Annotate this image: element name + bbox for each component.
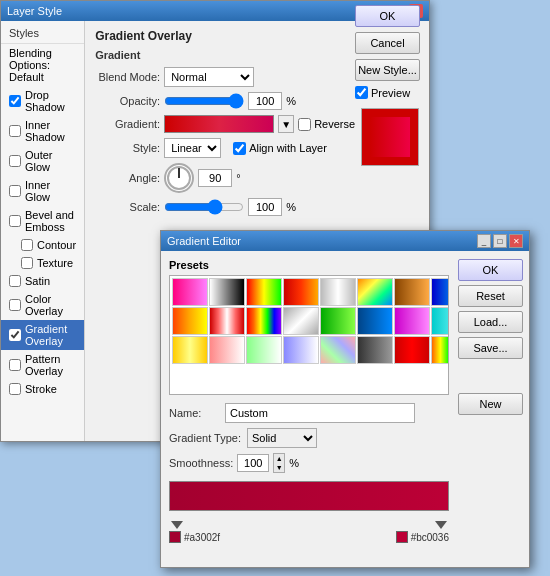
- list-item[interactable]: [283, 278, 319, 306]
- list-item[interactable]: [172, 278, 208, 306]
- list-item[interactable]: [357, 278, 393, 306]
- list-item[interactable]: [172, 307, 208, 335]
- sidebar-item-label: Bevel and Emboss: [25, 209, 76, 233]
- list-item[interactable]: [246, 307, 282, 335]
- list-item[interactable]: [246, 278, 282, 306]
- opacity-input[interactable]: [248, 92, 282, 110]
- sidebar-item-blending[interactable]: Blending Options: Default: [1, 44, 84, 86]
- sidebar-item-satin[interactable]: Satin: [1, 272, 84, 290]
- list-item[interactable]: [431, 278, 449, 306]
- list-item[interactable]: [431, 336, 449, 364]
- presets-label: Presets: [169, 259, 449, 271]
- angle-label: Angle:: [95, 172, 160, 184]
- ge-reset-button[interactable]: Reset: [458, 285, 523, 307]
- smoothness-input[interactable]: [237, 454, 269, 472]
- list-item[interactable]: [283, 336, 319, 364]
- pattern-overlay-checkbox[interactable]: [9, 359, 21, 371]
- scale-row: Scale: %: [95, 198, 355, 216]
- scale-slider[interactable]: [164, 200, 244, 214]
- blend-mode-select[interactable]: Normal: [164, 67, 254, 87]
- opacity-slider[interactable]: [164, 94, 244, 108]
- list-item[interactable]: [394, 307, 430, 335]
- ge-load-button[interactable]: Load...: [458, 311, 523, 333]
- sidebar-item-outer-glow[interactable]: Outer Glow: [1, 146, 84, 176]
- style-select[interactable]: Linear: [164, 138, 221, 158]
- scale-input[interactable]: [248, 198, 282, 216]
- gradient-dropdown-btn[interactable]: ▼: [278, 115, 294, 133]
- list-item[interactable]: [209, 307, 245, 335]
- list-item[interactable]: [209, 336, 245, 364]
- stroke-checkbox[interactable]: [9, 383, 21, 395]
- list-item[interactable]: [283, 307, 319, 335]
- gradient-display[interactable]: [169, 481, 449, 511]
- new-style-button[interactable]: New Style...: [355, 59, 420, 81]
- left-stop-swatch[interactable]: [169, 531, 181, 543]
- list-item[interactable]: [394, 336, 430, 364]
- list-item[interactable]: [320, 336, 356, 364]
- ge-new-button[interactable]: New: [458, 393, 523, 415]
- gradient-preview[interactable]: [164, 115, 274, 133]
- presets-grid-container[interactable]: [169, 275, 449, 395]
- presets-container: [169, 275, 449, 395]
- angle-dial[interactable]: [164, 163, 194, 193]
- color-overlay-checkbox[interactable]: [9, 299, 21, 311]
- contour-checkbox[interactable]: [21, 239, 33, 251]
- outer-glow-checkbox[interactable]: [9, 155, 21, 167]
- drop-shadow-checkbox[interactable]: [9, 95, 21, 107]
- angle-row: Angle: °: [95, 163, 355, 193]
- ge-minimize-button[interactable]: _: [477, 234, 491, 248]
- list-item[interactable]: [209, 278, 245, 306]
- gradient-type-select[interactable]: Solid: [247, 428, 317, 448]
- ge-close-button[interactable]: ✕: [509, 234, 523, 248]
- sidebar-item-contour[interactable]: Contour: [1, 236, 84, 254]
- list-item[interactable]: [320, 278, 356, 306]
- inner-glow-checkbox[interactable]: [9, 185, 21, 197]
- angle-input[interactable]: [198, 169, 232, 187]
- bevel-emboss-checkbox[interactable]: [9, 215, 21, 227]
- satin-checkbox[interactable]: [9, 275, 21, 287]
- ge-save-button[interactable]: Save...: [458, 337, 523, 359]
- sidebar-item-inner-shadow[interactable]: Inner Shadow: [1, 116, 84, 146]
- ok-button[interactable]: OK: [355, 5, 420, 27]
- smoothness-stepper: ▲ ▼: [273, 453, 285, 473]
- gradient-type-row: Gradient Type: Solid: [169, 428, 449, 448]
- gradient-bar-container: #a3002f #bc0036: [169, 481, 449, 543]
- sub-title: Gradient: [95, 49, 355, 61]
- right-stop-marker[interactable]: [435, 521, 447, 529]
- preview-box: [361, 108, 419, 166]
- sidebar-item-color-overlay[interactable]: Color Overlay: [1, 290, 84, 320]
- align-layer-checkbox[interactable]: [233, 142, 246, 155]
- blend-mode-row: Blend Mode: Normal: [95, 67, 355, 87]
- preview-label: Preview: [355, 86, 425, 99]
- sidebar-item-bevel-emboss[interactable]: Bevel and Emboss: [1, 206, 84, 236]
- list-item[interactable]: [357, 307, 393, 335]
- sidebar-item-drop-shadow[interactable]: Drop Shadow: [1, 86, 84, 116]
- right-stop-info: #bc0036: [396, 531, 449, 543]
- list-item[interactable]: [431, 307, 449, 335]
- gradient-type-label: Gradient Type:: [169, 432, 241, 444]
- left-stop-marker[interactable]: [171, 521, 183, 529]
- texture-checkbox[interactable]: [21, 257, 33, 269]
- name-input[interactable]: [225, 403, 415, 423]
- ge-ok-button[interactable]: OK: [458, 259, 523, 281]
- list-item[interactable]: [394, 278, 430, 306]
- list-item[interactable]: [246, 336, 282, 364]
- reverse-checkbox[interactable]: [298, 118, 311, 131]
- gradient-overlay-checkbox[interactable]: [9, 329, 21, 341]
- sidebar-item-label: Blending Options: Default: [9, 47, 76, 83]
- sidebar-item-stroke[interactable]: Stroke: [1, 380, 84, 398]
- smoothness-down-btn[interactable]: ▼: [274, 463, 284, 472]
- list-item[interactable]: [357, 336, 393, 364]
- inner-shadow-checkbox[interactable]: [9, 125, 21, 137]
- list-item[interactable]: [320, 307, 356, 335]
- sidebar-item-inner-glow[interactable]: Inner Glow: [1, 176, 84, 206]
- ge-maximize-button[interactable]: □: [493, 234, 507, 248]
- list-item[interactable]: [172, 336, 208, 364]
- smoothness-up-btn[interactable]: ▲: [274, 454, 284, 463]
- cancel-button[interactable]: Cancel: [355, 32, 420, 54]
- right-stop-swatch[interactable]: [396, 531, 408, 543]
- sidebar-item-texture[interactable]: Texture: [1, 254, 84, 272]
- sidebar-item-gradient-overlay[interactable]: Gradient Overlay: [1, 320, 84, 350]
- sidebar-item-pattern-overlay[interactable]: Pattern Overlay: [1, 350, 84, 380]
- preview-checkbox[interactable]: [355, 86, 368, 99]
